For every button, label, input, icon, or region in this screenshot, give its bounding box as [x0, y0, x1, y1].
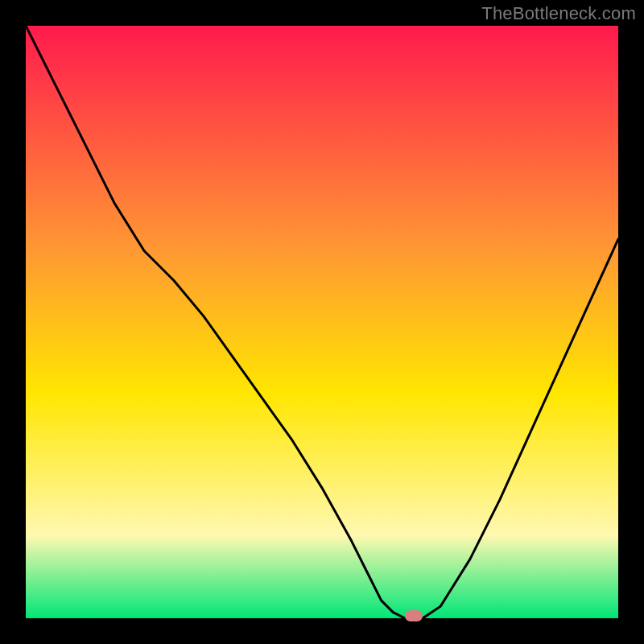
watermark-text: TheBottleneck.com	[481, 3, 636, 24]
chart-svg	[26, 26, 618, 618]
chart-frame: TheBottleneck.com	[0, 0, 644, 644]
plot-area	[26, 26, 618, 618]
optimal-marker	[405, 610, 423, 621]
gradient-background	[26, 26, 618, 618]
